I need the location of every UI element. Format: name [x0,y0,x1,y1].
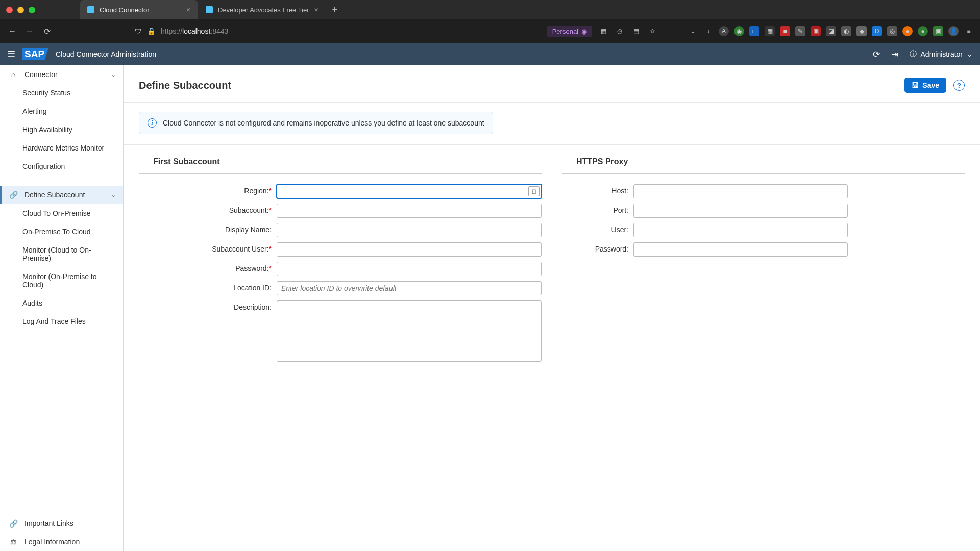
browser-tab-cloud-connector[interactable]: Cloud Connector × [80,0,198,19]
sidebar-item-log-trace[interactable]: Log And Trace Files [0,312,123,331]
window-minimize-button[interactable] [17,7,24,13]
proxy-port-input[interactable] [633,204,848,218]
field-label: Subaccount:* [139,204,277,214]
section-title: First Subaccount [139,157,542,171]
ext-icon-1[interactable]: A [719,26,729,36]
info-message-box: i Cloud Connector is not configured and … [139,112,493,134]
ext-icon-12[interactable]: ◎ [887,26,897,36]
ext-icon-6[interactable]: ✎ [795,26,805,36]
user-name: Administrator [921,50,963,58]
main-content: Define Subaccount 🖫 Save ? i Cloud Conne… [124,65,980,551]
url-bar[interactable]: 🛡 🔒 https://localhost:8443 [135,27,228,35]
sidebar-item-monitor-c2o[interactable]: Monitor (Cloud to On-Premise) [0,241,123,267]
tab-close-icon[interactable]: × [186,6,190,14]
sidebar-item-important-links[interactable]: 🔗 Important Links [0,514,123,533]
region-input[interactable] [277,184,542,198]
container-badge[interactable]: Personal ◉ [547,26,592,37]
tab-title: Developer Advocates Free Tier [218,6,309,14]
window-maximize-button[interactable] [29,7,35,13]
tab-favicon-icon [206,6,213,13]
logout-icon[interactable]: ⇥ [891,49,898,60]
sidebar-item-define-subaccount[interactable]: 🔗 Define Subaccount ⌄ [0,186,123,204]
field-label: Region:* [139,184,277,195]
ext-icon-14[interactable]: ● [918,26,928,36]
sidebar-item-legal-info[interactable]: ⚖ Legal Information [0,533,123,551]
sidebar-item-security-status[interactable]: Security Status [0,84,123,102]
app-title: Cloud Connector Administration [56,50,156,58]
user-menu[interactable]: ⓘ Administrator ⌄ [910,49,973,59]
proxy-user-input[interactable] [633,223,848,237]
clock-icon[interactable]: ◷ [615,26,625,36]
field-label: Port: [562,204,633,214]
save-button[interactable]: 🖫 Save [904,78,946,93]
display-name-input[interactable] [277,223,542,237]
sidebar-item-high-availability[interactable]: High Availability [0,120,123,139]
save-icon: 🖫 [912,81,919,89]
sidebar-item-label: Cloud To On-Premise [22,209,91,217]
ext-icon-11[interactable]: D [872,26,882,36]
field-subaccount-user: Subaccount User:* [139,242,542,257]
field-display-name: Display Name: [139,223,542,237]
menu-toggle-icon[interactable]: ☰ [7,48,15,60]
field-label: Password:* [139,262,277,272]
sidebar-item-audits[interactable]: Audits [0,294,123,312]
readmode-icon[interactable]: ▤ [631,26,641,36]
ext-icon-8[interactable]: ◪ [826,26,836,36]
field-proxy-user: User: [562,223,965,237]
ext-icon-10[interactable]: ◆ [856,26,867,36]
tab-close-icon[interactable]: × [314,6,318,14]
ext-icon-7[interactable]: ▣ [811,26,821,36]
value-help-icon[interactable]: ⌼ [528,186,540,196]
pocket-icon[interactable]: ⌄ [688,26,698,36]
reload-button[interactable]: ⟳ [41,25,53,37]
browser-tabs: Cloud Connector × Developer Advocates Fr… [80,0,343,19]
account-icon[interactable]: 👤 [948,26,959,36]
password-input[interactable] [277,262,542,276]
user-icon: ⓘ [910,49,917,59]
window-close-button[interactable] [6,7,13,13]
url-port: :8443 [210,27,228,35]
proxy-host-input[interactable] [633,184,848,198]
sidebar-item-cloud-to-onprem[interactable]: Cloud To On-Premise [0,204,123,222]
proxy-password-input[interactable] [633,242,848,257]
field-label: Display Name: [139,223,277,234]
sidebar-item-connector[interactable]: ⌂ Connector ⌄ [0,65,123,84]
app-menu-icon[interactable]: ≡ [964,26,974,36]
description-textarea[interactable] [277,300,542,362]
field-proxy-password: Password: [562,242,965,257]
location-id-input[interactable] [277,281,542,295]
ext-icon-13[interactable]: ● [902,26,913,36]
sidebar-item-monitor-o2c[interactable]: Monitor (On-Premise to Cloud) [0,267,123,294]
home-icon: ⌂ [9,70,17,79]
chevron-down-icon: ⌄ [111,191,116,198]
subaccount-user-input[interactable] [277,242,542,257]
browser-tab-dev-advocates[interactable]: Developer Advocates Free Tier × [199,0,326,19]
https-proxy-section: HTTPS Proxy Host: Port: User: Password: [562,157,965,369]
download-icon[interactable]: ↓ [703,26,714,36]
qr-icon[interactable]: ▦ [598,26,608,36]
sidebar-item-hw-metrics[interactable]: Hardware Metrics Monitor [0,139,123,157]
sidebar-item-alerting[interactable]: Alerting [0,102,123,120]
ext-icon-9[interactable]: ◐ [841,26,851,36]
refresh-icon[interactable]: ⟳ [873,49,880,60]
sidebar-item-onprem-to-cloud[interactable]: On-Premise To Cloud [0,222,123,241]
ext-icon-2[interactable]: ◉ [734,26,744,36]
sidebar-item-label: Important Links [24,519,74,528]
ext-icon-5[interactable]: ■ [780,26,790,36]
field-proxy-port: Port: [562,204,965,218]
sidebar-item-configuration[interactable]: Configuration [0,157,123,176]
help-button[interactable]: ? [953,80,965,91]
window-chrome: Cloud Connector × Developer Advocates Fr… [0,0,980,19]
bookmark-icon[interactable]: ☆ [647,26,657,36]
fingerprint-icon: ◉ [581,28,587,35]
info-icon: i [148,118,157,128]
chevron-down-icon: ⌄ [111,71,116,78]
ext-icon-15[interactable]: ▣ [933,26,943,36]
ext-icon-3[interactable]: □ [749,26,760,36]
subaccount-input[interactable] [277,204,542,218]
back-button[interactable]: ← [6,25,18,37]
ext-icon-4[interactable]: ▦ [765,26,775,36]
forward-button[interactable]: → [23,25,36,37]
sidebar-item-label: Connector [24,70,58,79]
new-tab-button[interactable]: + [327,0,343,19]
